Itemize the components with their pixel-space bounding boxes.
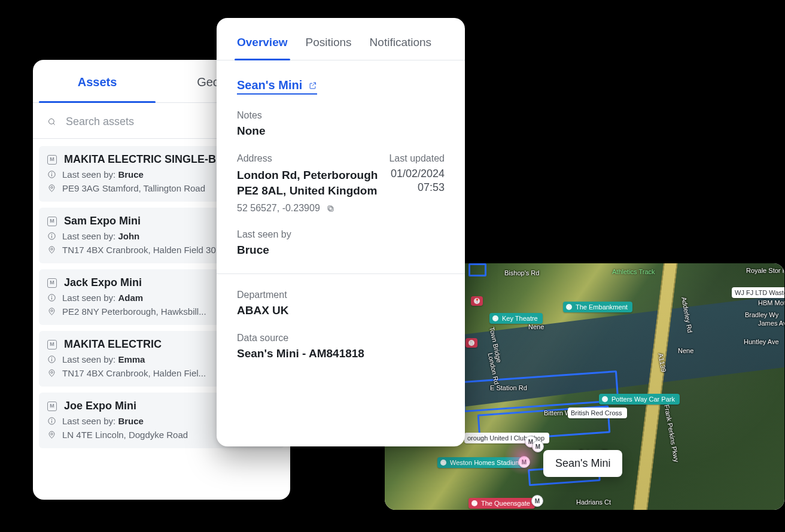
updated-label: Last updated	[389, 153, 445, 164]
map-label: James Ave	[758, 320, 784, 327]
location-icon	[47, 430, 56, 439]
asset-location: TN17 4BX Cranbrook, Halden Fiel...	[62, 368, 206, 378]
address-line1: London Rd, Peterborough	[237, 168, 378, 183]
info-icon	[47, 355, 56, 364]
asset-type-icon: M	[47, 278, 57, 288]
map-asset-pin[interactable]: M	[531, 495, 543, 507]
asset-title: Sam Expo Mini	[64, 215, 141, 227]
svg-rect-23	[328, 206, 332, 210]
map-poi[interactable]: PPotters Way Car Park	[599, 394, 680, 405]
asset-detail-link[interactable]: Sean's Mini	[237, 78, 317, 95]
updated-time: 07:53	[389, 181, 445, 194]
asset-location: LN 4TE Lincoln, Dogdyke Road	[62, 430, 188, 440]
location-icon	[47, 369, 56, 378]
copy-icon[interactable]	[326, 204, 335, 213]
map-label: Bradley Wy	[745, 311, 778, 318]
asset-location: PE2 8NY Peterborough, Hawksbill...	[62, 306, 206, 317]
last-seen-by: Bruce	[118, 169, 144, 180]
svg-point-17	[51, 372, 53, 373]
location-icon	[47, 307, 56, 316]
map-label: Athletics Track	[612, 268, 655, 275]
map-poi-pin[interactable]: 📍	[471, 296, 483, 306]
map-label: Huntley Ave	[744, 338, 779, 345]
location-icon	[47, 245, 56, 254]
asset-type-icon: M	[47, 217, 57, 226]
map-label: Royale Stor Peterborou	[746, 267, 784, 274]
data-source-label: Data source	[237, 333, 445, 343]
asset-type-icon: M	[47, 402, 57, 411]
map-poi[interactable]: ▸The Embankment	[563, 302, 632, 312]
asset-location: PE9 3AG Stamford, Tallington Road	[62, 183, 205, 193]
svg-point-20	[51, 419, 53, 420]
search-icon	[47, 117, 56, 126]
last-seen-label: Last seen by	[237, 229, 445, 240]
map-callout-text: Sean's Mini	[555, 457, 610, 469]
notes-value: None	[237, 124, 445, 138]
svg-point-8	[51, 234, 53, 235]
asset-title: MAKITA ELECTRIC SINGLE-BEVE	[64, 153, 238, 166]
asset-location: TN17 4BX Cranbrook, Halden Field 30	[62, 245, 216, 255]
asset-type-icon: M	[47, 155, 57, 165]
address-coords: 52 56527, -0.23909	[237, 203, 320, 214]
map-asset-halo	[504, 438, 541, 475]
last-seen-by: Bruce	[118, 416, 144, 426]
last-seen-prefix: Last seen by:	[62, 293, 118, 303]
notes-label: Notes	[237, 110, 445, 121]
detail-body: Sean's Mini Notes None Address London Rd…	[217, 60, 465, 366]
map-poi[interactable]: British Red Cross	[568, 408, 627, 418]
map-asset-callout[interactable]: Sean's Mini	[543, 450, 622, 477]
last-seen-by: Emma	[118, 354, 145, 364]
asset-detail-panel: Overview Positions Notifications Sean's …	[217, 18, 465, 446]
map-poi[interactable]: ▸Key Theatre	[489, 313, 543, 324]
last-updated-block: Last updated 01/02/2024 07:53	[389, 153, 445, 194]
svg-rect-22	[329, 207, 333, 211]
map-label: Bishop's Rd	[504, 269, 539, 276]
last-seen-by: Adam	[118, 293, 143, 303]
info-icon	[47, 232, 56, 241]
info-icon	[47, 417, 56, 425]
svg-point-5	[51, 187, 53, 189]
svg-point-21	[51, 433, 53, 435]
asset-title: Jack Expo Mini	[64, 276, 142, 289]
data-source-value: Sean's Mini - AM841818	[237, 347, 445, 360]
department-label: Department	[237, 290, 445, 300]
tab-notifications[interactable]: Notifications	[370, 36, 432, 49]
svg-point-9	[51, 248, 53, 250]
svg-point-12	[51, 296, 53, 297]
address-label: Address	[237, 153, 378, 164]
map-label: HBM Motor	[758, 299, 784, 306]
last-seen-prefix: Last seen by:	[62, 231, 118, 241]
map-label: E Station Rd	[490, 384, 527, 391]
map-label: Nene	[528, 323, 544, 330]
map-geofence[interactable]	[468, 263, 486, 276]
tab-assets[interactable]: Assets	[33, 60, 162, 102]
last-seen-prefix: Last seen by:	[62, 169, 118, 180]
department-value: ABAX UK	[237, 304, 445, 317]
map-poi[interactable]: 🛍The Queensgate	[468, 498, 535, 509]
last-seen-value: Bruce	[237, 244, 445, 257]
map-label: Frank Perkins Pkwy	[663, 404, 680, 463]
tab-positions[interactable]: Positions	[306, 36, 352, 49]
tab-overview[interactable]: Overview	[237, 36, 288, 49]
map-label: Nene	[678, 347, 693, 354]
detail-tabs: Overview Positions Notifications	[217, 18, 465, 60]
external-link-icon	[308, 81, 317, 90]
map-poi-pin[interactable]: 🍴	[465, 338, 477, 348]
svg-point-0	[49, 119, 54, 124]
location-icon	[47, 184, 56, 193]
asset-title: MAKITA ELECTRIC	[64, 338, 162, 351]
last-seen-prefix: Last seen by:	[62, 354, 118, 364]
divider	[217, 273, 465, 274]
svg-point-16	[51, 357, 53, 358]
info-icon	[47, 293, 56, 302]
info-icon	[47, 170, 56, 179]
svg-line-1	[53, 123, 54, 124]
svg-point-13	[51, 310, 53, 312]
map-label: Hadrians Ct	[576, 498, 611, 506]
asset-title: Joe Expo Mini	[64, 400, 136, 412]
svg-point-4	[51, 172, 53, 174]
updated-date: 01/02/2024	[389, 168, 445, 180]
map-poi[interactable]: WJ FJ LTD Waste Removal	[732, 287, 784, 298]
asset-detail-link-text: Sean's Mini	[237, 78, 302, 92]
last-seen-by: John	[118, 231, 139, 241]
